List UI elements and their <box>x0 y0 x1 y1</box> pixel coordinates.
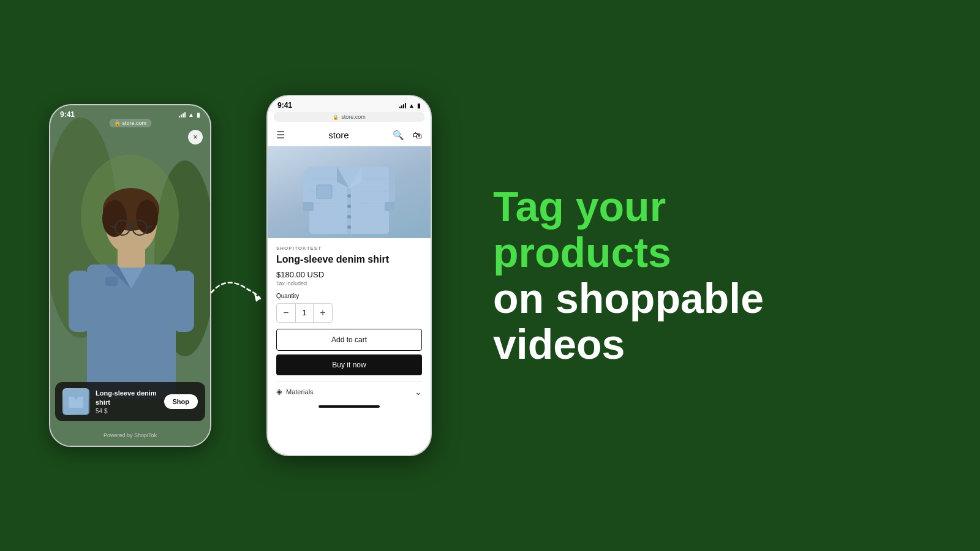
quantity-label: Quantity <box>276 293 422 299</box>
materials-label: ◈ Materials <box>276 387 314 396</box>
store-name: store <box>328 130 349 140</box>
battery-icon: ▮ <box>197 111 200 118</box>
tag-product-name: Long-sleeve denim shirt <box>96 389 158 407</box>
text-section: Tag your products on shoppable videos <box>469 184 931 367</box>
shop-button[interactable]: Shop <box>164 394 198 409</box>
add-to-cart-button[interactable]: Add to cart <box>276 329 422 351</box>
headline-line4: videos <box>493 321 931 367</box>
brand-label: SHOPITOKTEST <box>276 246 422 251</box>
tiktok-url-bar: 🔒 store.com <box>109 119 151 127</box>
arrow-connector <box>208 268 270 320</box>
chevron-down-icon[interactable]: ⌄ <box>415 387 422 397</box>
svg-point-40 <box>347 225 351 229</box>
store-status-bar: 9:41 ▲ ▮ <box>268 96 431 112</box>
store-time: 9:41 <box>277 101 292 110</box>
signal-icon <box>179 111 186 118</box>
store-battery-icon: ▮ <box>417 102 421 109</box>
close-icon: × <box>193 133 197 141</box>
quantity-increase-button[interactable]: + <box>314 304 332 322</box>
home-indicator <box>318 405 380 408</box>
svg-rect-19 <box>173 271 194 332</box>
store-url-bar: 🔒 store.com <box>274 112 424 122</box>
wifi-icon: ▲ <box>188 111 194 118</box>
product-price: $180.00 USD <box>276 270 422 279</box>
store-body: SHOPITOKTEST Long-sleeve denim shirt $18… <box>268 238 431 415</box>
lock-icon: 🔒 <box>114 120 121 126</box>
headline-white-3: on shoppable <box>493 275 764 321</box>
store-wifi-icon: ▲ <box>409 102 415 109</box>
tiktok-phone: 9:41 ▲ ▮ 🔒 store.com <box>49 104 211 447</box>
diamond-icon: ◈ <box>276 387 282 396</box>
svg-rect-7 <box>105 277 118 286</box>
cart-icon[interactable]: 🛍 <box>413 130 422 141</box>
phones-section: 9:41 ▲ ▮ 🔒 store.com <box>49 95 432 456</box>
svg-rect-18 <box>69 271 90 332</box>
svg-rect-35 <box>303 202 314 211</box>
svg-point-11 <box>102 200 127 237</box>
store-url: store.com <box>341 114 366 120</box>
product-image <box>268 146 431 238</box>
main-layout: 9:41 ▲ ▮ 🔒 store.com <box>0 0 980 551</box>
search-icon[interactable]: 🔍 <box>393 130 404 141</box>
store-signal-icon <box>399 102 406 108</box>
headline-white-4: videos <box>493 321 625 367</box>
headline: Tag your products on shoppable videos <box>493 184 931 367</box>
tiktok-status-icons: ▲ ▮ <box>179 111 200 118</box>
tiktok-video: × Long-sleeve denim shirt 54 $ <box>50 105 210 446</box>
product-thumbnail <box>62 388 89 415</box>
quantity-decrease-button[interactable]: − <box>277 304 295 322</box>
store-lock-icon: 🔒 <box>333 114 339 120</box>
product-tag-bar: Long-sleeve denim shirt 54 $ Shop <box>55 382 205 421</box>
svg-point-37 <box>347 194 351 198</box>
svg-point-39 <box>347 215 351 219</box>
hamburger-icon[interactable]: ☰ <box>276 129 285 141</box>
headline-line3: on shoppable <box>493 276 931 321</box>
quantity-control: − 1 + <box>276 303 333 323</box>
tag-product-price: 54 $ <box>96 408 158 414</box>
powered-by-label: Powered by ShopiTok <box>104 432 157 438</box>
tax-note: Tax included. <box>276 280 422 287</box>
close-button[interactable]: × <box>188 130 203 144</box>
store-nav-icons: 🔍 🛍 <box>393 130 422 141</box>
store-phone: 9:41 ▲ ▮ 🔒 store.com <box>266 95 432 456</box>
store-status-icons: ▲ ▮ <box>399 102 421 109</box>
quantity-value: 1 <box>295 304 314 322</box>
svg-rect-34 <box>317 185 332 198</box>
headline-line1: Tag your <box>493 184 931 230</box>
materials-row: ◈ Materials ⌄ <box>276 381 422 402</box>
headline-line2: products <box>493 230 931 276</box>
buy-now-button[interactable]: Buy it now <box>276 354 422 375</box>
tiktok-url: store.com <box>123 120 147 126</box>
store-nav: ☰ store 🔍 🛍 <box>268 126 431 146</box>
tiktok-time: 9:41 <box>60 110 75 119</box>
svg-rect-36 <box>385 202 395 211</box>
svg-point-38 <box>347 204 351 208</box>
headline-green-1: Tag your <box>493 183 666 230</box>
product-title: Long-sleeve denim shirt <box>276 253 422 266</box>
headline-green-2: products <box>493 229 671 276</box>
product-info-tag: Long-sleeve denim shirt 54 $ <box>96 389 158 414</box>
